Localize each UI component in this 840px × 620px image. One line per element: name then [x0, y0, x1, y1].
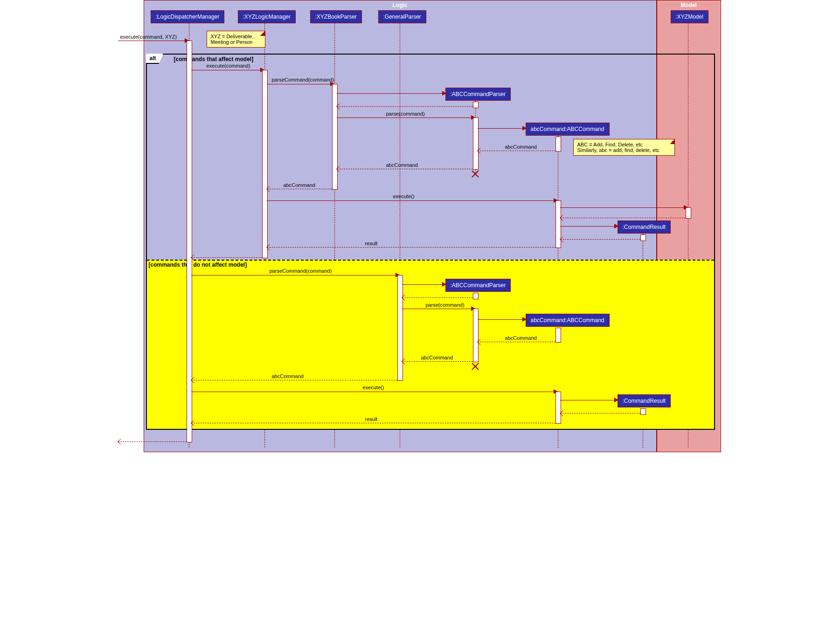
msg-parsecommand: parseCommand(command): [272, 77, 334, 83]
model-title: Model: [657, 0, 721, 10]
participant-abcparser1: :ABCCommandParser: [445, 88, 511, 101]
msg-execute-xyz: execute(command, XYZ): [120, 34, 177, 40]
alt-label: alt: [146, 54, 164, 64]
activation-abcparser2-b: [473, 309, 479, 362]
activation-abcparser2-a: [473, 293, 479, 299]
activation-abccmd1-a: [555, 137, 561, 152]
msg-parse: parse(command): [386, 111, 425, 117]
arrow-result: [267, 247, 555, 248]
activation-abccmd2-a: [555, 328, 561, 343]
arrow-create-abccmd1: [478, 128, 524, 129]
arrow-abccmd-ret2: [337, 169, 473, 169]
msg-execute: execute(): [393, 193, 415, 199]
activation-result1: [640, 234, 646, 241]
arrow-abccmd2-ret2: [402, 361, 473, 362]
arrow-abccmd2-ret1: [478, 342, 555, 342]
arrow-create-abcparser2: [402, 284, 444, 285]
arrow-parsecommand2: [191, 275, 397, 276]
arrow-execute: [267, 200, 555, 201]
logic-title: Logic: [144, 0, 656, 10]
participant-xyzmodel: :XYZModel: [671, 10, 708, 23]
msg-abccmd-ret3: abcCommand: [284, 182, 315, 188]
activation-bookparser-1: [332, 84, 338, 190]
msg-result2: result: [365, 416, 378, 422]
destroy-abcparser2: [471, 361, 480, 371]
alt-fragment: alt [commands that affect model] [comman…: [146, 54, 715, 430]
alt-divider: [147, 260, 714, 261]
arrow-result2: [191, 423, 555, 423]
activation-xyzlogic-1: [262, 70, 268, 258]
note-abc: ABC = Add, Find, Delete, etc Similarly, …: [573, 139, 675, 156]
arrow-execute2: [191, 392, 555, 392]
alt-guard2: [commands that do not affect model]: [149, 262, 247, 268]
activation-model: [686, 207, 691, 219]
arrow-abccmd2-ret3: [191, 380, 397, 380]
participant-cmdresult2: :CommandResult: [618, 394, 671, 407]
activation-abcparser1-b: [473, 117, 479, 170]
participant-abccommand1: abcCommand:ABCCommand: [526, 123, 610, 136]
arrow-parse: [337, 117, 473, 118]
arrow-ret-result2: [560, 413, 640, 413]
arrow-execute-xyz: [118, 41, 187, 41]
arrow-abccmd-ret3: [267, 189, 332, 189]
arrow-final-return: [118, 441, 187, 442]
participant-dispatcher: :LogicDispatcherManager: [151, 10, 225, 23]
arrow-from-model: [560, 218, 686, 218]
msg-execute-cmd: execute(command): [207, 63, 250, 69]
arrow-parse2: [402, 309, 473, 309]
participant-generalparser: :GeneralParser: [378, 10, 426, 23]
sequence-diagram: Logic Model :LogicDispatcherManager :XYZ…: [118, 0, 722, 454]
activation-generalparser: [397, 275, 403, 381]
note-xyz: XYZ = Deliverable, Meeting or Person: [207, 31, 265, 48]
msg-abccmd2-ret3: abcCommand: [272, 373, 304, 379]
msg-parse2: parse(command): [426, 302, 465, 308]
arrowhead-final-return: [118, 439, 124, 445]
arrow-ret-dispatcher1: [191, 257, 262, 258]
msg-parsecommand2: parseCommand(command): [270, 268, 332, 274]
activation-result2: [640, 408, 646, 415]
msg-result: result: [365, 241, 378, 246]
participant-xyzlogic: :XYZLogicManager: [238, 10, 296, 23]
msg-abccmd-ret1: abcCommand: [505, 144, 537, 150]
destroy-abcparser1: [471, 169, 480, 178]
participant-cmdresult1: :CommandResult: [618, 220, 671, 234]
participant-abccommand2: abcCommand:ABCCommand: [526, 314, 610, 327]
activation-abcparser1-a: [473, 102, 479, 108]
msg-abccmd-ret2: abcCommand: [386, 162, 418, 168]
participant-abcparser2: :ABCCommandParser: [445, 279, 511, 292]
msg-execute2: execute(): [363, 385, 384, 390]
activation-abccmd2-b: [555, 392, 561, 424]
msg-abccmd2-ret1: abcCommand: [505, 335, 537, 341]
participant-bookparser: :XYZBookParser: [310, 10, 362, 23]
msg-abccmd2-ret2: abcCommand: [421, 355, 453, 360]
arrow-ret-result1: [560, 239, 640, 240]
arrow-abccmd-ret1: [478, 151, 555, 151]
alt-guard1: [commands that affect model]: [174, 56, 254, 62]
arrow-execute-cmd: [191, 70, 262, 70]
activation-dispatcher: [187, 41, 192, 442]
arrow-create-result2: [560, 400, 616, 400]
arrow-create-abcparser1: [337, 93, 444, 94]
arrow-create-abccmd2: [478, 319, 524, 320]
arrow-return-abcparser1: [337, 106, 473, 107]
arrow-to-model: [560, 207, 686, 208]
arrow-ret-abcparser2: [402, 297, 473, 298]
arrow-parsecommand: [267, 84, 332, 84]
arrow-create-result1: [560, 226, 616, 227]
